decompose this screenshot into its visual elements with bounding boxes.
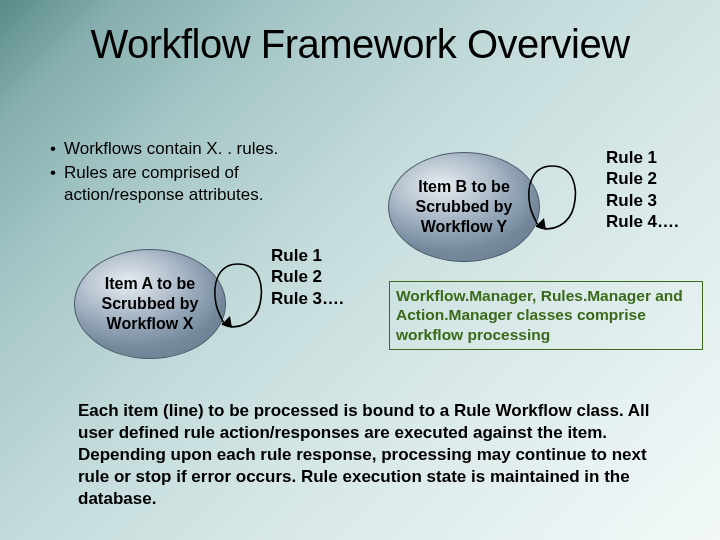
bullet-text: Rules are comprised of action/response a… xyxy=(64,162,362,206)
rule-line: Rule 1 xyxy=(606,147,679,168)
item-b-ellipse: Item B to be Scrubbed by Workflow Y xyxy=(388,152,540,262)
rule-line: Rule 2 xyxy=(271,266,344,287)
item-a-line: Workflow X xyxy=(102,314,199,334)
bullet-dot-icon: • xyxy=(42,138,64,160)
item-b-line: Workflow Y xyxy=(416,217,513,237)
item-b-line: Scrubbed by xyxy=(416,197,513,217)
bullet-text: Workflows contain X. . rules. xyxy=(64,138,278,160)
manager-callout: Workflow.Manager, Rules.Manager and Acti… xyxy=(389,281,703,350)
item-a-line: Scrubbed by xyxy=(102,294,199,314)
footer-paragraph: Each item (line) to be processed is boun… xyxy=(78,400,650,510)
rule-line: Rule 3…. xyxy=(271,288,344,309)
page-title: Workflow Framework Overview xyxy=(0,0,720,67)
item-b-node: Item B to be Scrubbed by Workflow Y xyxy=(388,152,540,262)
item-a-line: Item A to be xyxy=(102,274,199,294)
cycle-arrow-icon xyxy=(524,160,580,240)
item-a-node: Item A to be Scrubbed by Workflow X xyxy=(74,249,226,359)
rule-line: Rule 4…. xyxy=(606,211,679,232)
rules-list-b: Rule 1 Rule 2 Rule 3 Rule 4…. xyxy=(606,147,679,232)
bullet-item: • Rules are comprised of action/response… xyxy=(42,162,362,206)
item-a-ellipse: Item A to be Scrubbed by Workflow X xyxy=(74,249,226,359)
cycle-arrow-icon xyxy=(210,258,266,338)
bullet-item: • Workflows contain X. . rules. xyxy=(42,138,362,160)
rules-list-a: Rule 1 Rule 2 Rule 3…. xyxy=(271,245,344,309)
rule-line: Rule 3 xyxy=(606,190,679,211)
bullet-dot-icon: • xyxy=(42,162,64,206)
item-b-line: Item B to be xyxy=(416,177,513,197)
rule-line: Rule 1 xyxy=(271,245,344,266)
rule-line: Rule 2 xyxy=(606,168,679,189)
bullet-list: • Workflows contain X. . rules. • Rules … xyxy=(42,138,362,208)
